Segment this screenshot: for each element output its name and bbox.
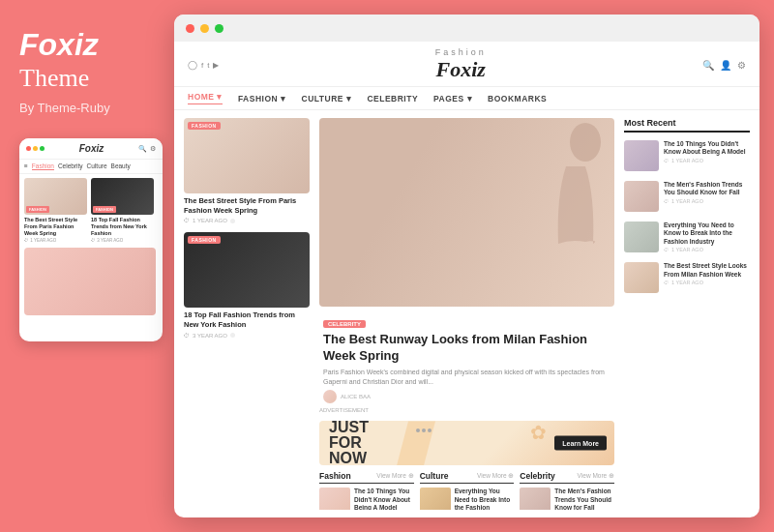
nav-home[interactable]: HOME ▾ <box>188 92 223 104</box>
article-title-2: 18 Top Fall Fashion Trends from New York… <box>184 310 310 330</box>
bottom-culture-info-1: Everything You Need to Break Into the Fa… <box>455 488 515 510</box>
bottom-culture-view-more[interactable]: View More ⊕ <box>477 472 514 480</box>
site-nav: HOME ▾ FASHION ▾ CULTURE ▾ CELEBRITY PAG… <box>174 87 759 110</box>
articles-column: FASHION The Best Street Style From Paris… <box>184 118 310 510</box>
ad-learn-more-button[interactable]: Learn More <box>554 436 607 451</box>
browser-dot-red[interactable] <box>186 24 194 33</box>
mobile-article-title-1: The Best Street Style From Paris Fashion… <box>24 217 87 237</box>
ad-text: JUST FOR NOW <box>329 421 369 465</box>
sidebar-img-3 <box>624 222 659 252</box>
mobile-header: Foxiz 🔍 ⚙ <box>19 138 163 160</box>
site-logo-sub: Fashion <box>435 47 487 57</box>
bottom-fashion-view-more[interactable]: View More ⊕ <box>376 472 413 480</box>
sidebar-item-3: Everything You Need to Know to Break Int… <box>624 222 750 252</box>
sidebar-info-4: The Best Street Style Looks From Milan F… <box>664 262 750 285</box>
nav-culture[interactable]: CULTURE ▾ <box>302 94 352 103</box>
ad-dot-1 <box>416 429 420 432</box>
sidebar-item-title-4: The Best Street Style Looks From Milan F… <box>664 262 750 279</box>
ad-flower-icon: ✿ <box>530 421 547 444</box>
nav-bookmarks[interactable]: BOOKMARKS <box>488 94 547 103</box>
ad-line3: NOW <box>329 451 369 465</box>
mobile-nav-hamburger: ≡ <box>24 163 28 170</box>
mobile-dot-yellow <box>33 146 38 151</box>
bottom-culture-col: Culture View More ⊕ Everything You Need … <box>420 471 515 510</box>
mobile-article-1: FASHION The Best Street Style From Paris… <box>24 178 87 243</box>
mobile-dots <box>26 146 45 151</box>
browser-dot-green[interactable] <box>215 24 223 33</box>
sidebar-img-1 <box>624 140 659 171</box>
mobile-article-2: FASHION 18 Top Fall Fashion Trends from … <box>91 178 154 243</box>
mobile-nav-culture[interactable]: Culture <box>87 163 107 170</box>
mobile-nav-fashion[interactable]: Fashion <box>32 163 54 170</box>
mobile-search-icon: 🔍 <box>138 145 147 153</box>
by-label: By Theme-Ruby <box>19 101 155 115</box>
sidebar-info-2: The Men's Fashion Trends You Should Know… <box>664 181 750 204</box>
bottom-celebrity-img-1 <box>520 488 551 510</box>
bottom-fashion-col: Fashion View More ⊕ The 10 Things You Di… <box>319 471 414 510</box>
sidebar-img-4 <box>624 262 659 293</box>
sidebar-item-date-4: ⏱1 YEAR AGO <box>664 280 750 285</box>
social-twitter-icon: t <box>207 61 209 70</box>
site-header-right: 🔍 👤 ⚙ <box>702 60 746 71</box>
mobile-nav-celebrity[interactable]: Celebrity <box>58 163 83 170</box>
search-icon[interactable]: 🔍 <box>702 60 714 71</box>
mobile-tag-2: FASHION <box>93 206 116 213</box>
mobile-nav-beauty[interactable]: Beauty <box>111 163 131 170</box>
sidebar-item-title-1: The 10 Things You Didn't Know About Bein… <box>664 140 750 157</box>
bookmark-icon-1 <box>230 219 235 223</box>
bottom-celebrity-title: Celebrity <box>520 471 554 481</box>
article-tag-1: FASHION <box>188 122 221 130</box>
sidebar-item-title-2: The Men's Fashion Trends You Should Know… <box>664 181 750 197</box>
mobile-nav: ≡ Fashion Celebrity Culture Beauty <box>19 160 163 174</box>
article-date-1: 1 YEAR AGO <box>193 218 227 223</box>
article-info-1: The Best Street Style From Paris Fashion… <box>184 193 310 226</box>
svg-point-0 <box>570 123 601 162</box>
featured-column: CELEBRITY The Best Runway Looks from Mil… <box>319 118 614 510</box>
user-icon[interactable]: 👤 <box>720 60 731 71</box>
ad-line1: JUST <box>329 421 369 435</box>
bottom-culture-header: Culture View More ⊕ <box>420 471 515 484</box>
article-tag-2: FASHION <box>188 236 221 244</box>
sidebar-img-2 <box>624 181 659 212</box>
browser-dot-yellow[interactable] <box>200 24 209 33</box>
nav-fashion[interactable]: FASHION ▾ <box>238 94 286 103</box>
featured-tag: CELEBRITY <box>323 320 366 328</box>
browser-bar <box>174 15 759 42</box>
brand-name: Foxiz <box>19 29 155 60</box>
settings-icon[interactable]: ⚙ <box>737 60 746 71</box>
bottom-culture-article-1: Everything You Need to Break Into the Fa… <box>420 488 515 510</box>
ad-dots <box>416 429 432 432</box>
mobile-article-img-1: FASHION <box>24 178 87 215</box>
bottom-fashion-info-1: The 10 Things You Didn't Know About Bein… <box>354 488 414 510</box>
ad-text-wrap: JUST FOR NOW <box>329 421 369 465</box>
featured-title: The Best Runway Looks from Milan Fashion… <box>323 332 610 365</box>
mobile-big-img-bg <box>24 248 156 315</box>
site-logo: Foxiz <box>436 57 486 81</box>
article-info-2: 18 Top Fall Fashion Trends from New York… <box>184 308 310 340</box>
mobile-big-img <box>24 248 156 315</box>
author-avatar <box>323 390 337 403</box>
mobile-mockup: Foxiz 🔍 ⚙ ≡ Fashion Celebrity Culture Be… <box>19 138 163 341</box>
featured-img <box>319 118 614 307</box>
nav-celebrity[interactable]: CELEBRITY <box>367 94 418 103</box>
bottom-culture-article-title-1: Everything You Need to Break Into the Fa… <box>455 488 515 510</box>
bottom-fashion-img-1 <box>319 488 350 510</box>
site-logo-wrap: Fashion Foxiz <box>435 47 487 82</box>
bottom-celebrity-view-more[interactable]: View More ⊕ <box>578 472 614 480</box>
ad-banner: JUST FOR NOW ✿ Learn More <box>319 421 614 465</box>
ad-dot-3 <box>428 429 432 432</box>
bottom-fashion-article-1: The 10 Things You Didn't Know About Bein… <box>319 488 414 510</box>
mobile-dot-green <box>40 146 45 151</box>
bookmark-icon-2 <box>230 333 235 338</box>
sidebar-info-1: The 10 Things You Didn't Know About Bein… <box>664 140 750 163</box>
bottom-fashion-title: Fashion <box>319 471 351 481</box>
main-layout: FASHION The Best Street Style From Paris… <box>174 110 759 517</box>
nav-pages[interactable]: PAGES ▾ <box>433 94 472 103</box>
bottom-fashion-header: Fashion View More ⊕ <box>319 471 414 484</box>
article-card-2: FASHION 18 Top Fall Fashion Trends from … <box>184 232 310 340</box>
bottom-celebrity-article-1: The Men's Fashion Trends You Should Know… <box>520 488 614 510</box>
featured-desc: Paris Fashion Week's combined digital an… <box>323 368 610 387</box>
article-date-2: 3 YEAR AGO <box>193 333 227 339</box>
social-instagram-icon: ▶ <box>213 61 219 70</box>
sidebar-item-date-3: ⏱1 YEAR AGO <box>664 247 750 252</box>
